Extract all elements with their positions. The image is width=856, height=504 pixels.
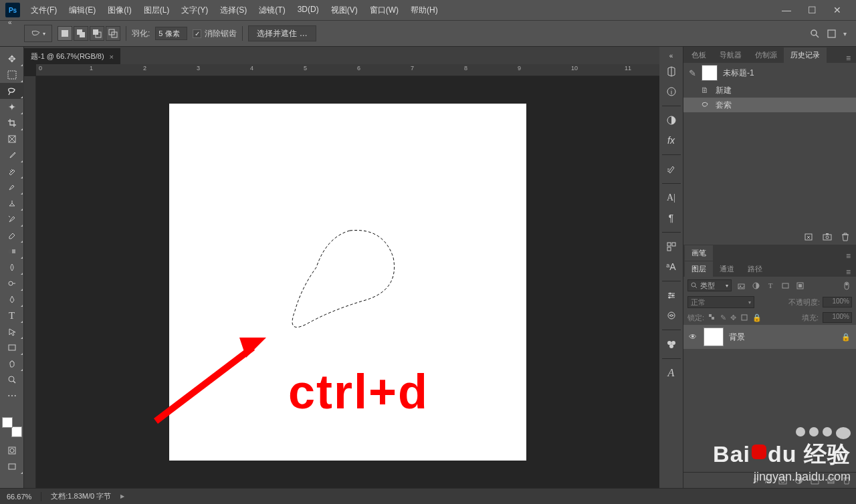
move-tool[interactable]: ✥ (0, 51, 24, 67)
snapshot-icon[interactable] (823, 233, 832, 241)
link-layers-icon[interactable]: ⌑ (754, 476, 758, 485)
filter-smart-icon[interactable] (794, 280, 805, 291)
select-and-mask-button[interactable]: 选择并遮住 … (248, 25, 316, 41)
layer-fx-icon[interactable]: fx (765, 476, 771, 485)
rectangle-tool[interactable] (0, 340, 24, 356)
workspace-switcher[interactable]: ▾ (843, 30, 847, 37)
share-icon[interactable] (827, 29, 837, 39)
history-item-lasso[interactable]: 套索 (683, 98, 856, 112)
tool-preset-dropdown[interactable]: ▾ (24, 25, 52, 42)
drag-handle-icon[interactable]: « (8, 19, 12, 26)
quick-mask-button[interactable] (0, 443, 24, 459)
menu-type[interactable]: 文字(Y) (176, 2, 213, 19)
filter-toggle-icon[interactable] (841, 280, 852, 291)
layer-row-background[interactable]: 👁 背景 🔒 (683, 325, 856, 349)
sel-subtract-button[interactable] (90, 26, 104, 41)
menu-file[interactable]: 文件(F) (25, 2, 62, 19)
canvas[interactable]: ctrl+d (169, 104, 526, 461)
menu-window[interactable]: 窗口(W) (364, 2, 404, 19)
antialias-checkbox[interactable]: ✓ 消除锯齿 (193, 28, 237, 39)
tab-clone-source[interactable]: 仿制源 (748, 47, 784, 63)
panel-menu-icon[interactable]: ≡ (841, 267, 856, 277)
char-styles-icon[interactable]: aA (659, 258, 683, 275)
gradient-tool[interactable] (0, 243, 24, 259)
lock-paint-icon[interactable]: ✎ (720, 313, 726, 322)
path-selection-tool[interactable] (0, 324, 24, 340)
color-swatches[interactable] (2, 417, 22, 437)
menu-3d[interactable]: 3D(D) (292, 2, 324, 19)
zoom-level[interactable]: 66.67% (7, 493, 31, 501)
history-snapshot-row[interactable]: ✎ 未标题-1 (683, 63, 856, 83)
close-tab-icon[interactable]: × (110, 53, 114, 61)
character-icon[interactable]: A| (659, 189, 683, 207)
brush-settings-icon[interactable] (659, 160, 683, 178)
sel-intersect-button[interactable] (106, 26, 120, 41)
menu-select[interactable]: 选择(S) (215, 2, 252, 19)
foreground-color[interactable] (2, 417, 13, 428)
pen-tool[interactable] (0, 291, 24, 307)
edit-toolbar[interactable]: ⋯ (0, 388, 24, 404)
properties-icon[interactable] (659, 287, 683, 304)
clone-stamp-tool[interactable] (0, 195, 24, 211)
menu-layer[interactable]: 图层(L) (138, 2, 175, 19)
cc-libraries-icon[interactable] (659, 336, 683, 353)
sel-add-button[interactable] (74, 26, 88, 41)
panel-menu-icon[interactable]: ≡ (841, 53, 856, 63)
sel-new-button[interactable] (58, 26, 72, 41)
doc-size-label[interactable]: 文档:1.83M/0 字节 (51, 491, 111, 501)
styles-icon[interactable]: fx (659, 132, 683, 149)
brush-tool[interactable] (0, 179, 24, 195)
filter-type-dropdown[interactable]: 类型 ▾ (687, 279, 732, 291)
lock-position-icon[interactable]: ✥ (730, 313, 736, 322)
fill-input[interactable]: 100% (823, 312, 852, 323)
dodge-tool[interactable] (0, 275, 24, 291)
libraries-icon[interactable] (659, 63, 683, 80)
frame-tool[interactable] (0, 131, 24, 147)
layer-mask-icon[interactable] (778, 477, 787, 485)
history-brush-tool[interactable] (0, 211, 24, 227)
type-tool[interactable]: T (0, 307, 24, 324)
minimize-button[interactable]: — (777, 5, 796, 15)
history-item-new[interactable]: 🗎 新建 (683, 83, 856, 98)
collapse-panels-icon[interactable]: « (659, 51, 683, 60)
filter-type-icon[interactable]: T (765, 280, 776, 291)
tab-brush[interactable]: 画笔 (685, 245, 713, 261)
magic-wand-tool[interactable]: ✦ (0, 99, 24, 115)
adjustment-layer-icon[interactable] (794, 476, 803, 485)
create-document-icon[interactable] (804, 233, 813, 241)
delete-layer-icon[interactable] (843, 476, 851, 485)
search-icon[interactable] (810, 29, 820, 39)
filter-shape-icon[interactable] (780, 280, 790, 291)
glyphs-icon[interactable] (659, 238, 683, 255)
filter-pixel-icon[interactable] (736, 280, 746, 291)
menu-help[interactable]: 帮助(H) (405, 2, 443, 19)
tab-history[interactable]: 历史记录 (784, 47, 827, 63)
new-layer-icon[interactable] (827, 477, 835, 485)
filter-adjustment-icon[interactable] (750, 280, 761, 291)
healing-brush-tool[interactable] (0, 163, 24, 179)
tab-channels[interactable]: 通道 (713, 261, 741, 277)
zoom-tool[interactable] (0, 372, 24, 388)
screen-mode-button[interactable] (0, 459, 24, 475)
trash-icon[interactable] (841, 233, 849, 241)
document-tab[interactable]: 题-1 @ 66.7%(RGB/8) × (24, 48, 120, 64)
info-icon[interactable]: i (659, 83, 683, 100)
maximize-button[interactable]: ☐ (802, 5, 821, 15)
type-icon[interactable]: A (659, 364, 683, 382)
lock-artboard-icon[interactable] (740, 313, 748, 322)
menu-filter[interactable]: 滤镜(T) (253, 2, 290, 19)
crop-tool[interactable] (0, 115, 24, 131)
lasso-tool[interactable] (0, 83, 24, 99)
visibility-icon[interactable]: 👁 (689, 332, 698, 342)
eyedropper-tool[interactable] (0, 147, 24, 163)
tab-swatches[interactable]: 色板 (685, 47, 713, 63)
blur-tool[interactable] (0, 259, 24, 275)
lock-transparent-icon[interactable] (708, 313, 716, 322)
menu-image[interactable]: 图像(I) (102, 2, 136, 19)
learn-icon[interactable] (659, 307, 683, 324)
group-icon[interactable] (811, 477, 819, 485)
close-button[interactable]: ✕ (828, 5, 847, 15)
opacity-input[interactable]: 100% (823, 297, 852, 307)
lock-all-icon[interactable]: 🔒 (752, 313, 762, 322)
feather-input[interactable] (155, 27, 187, 40)
